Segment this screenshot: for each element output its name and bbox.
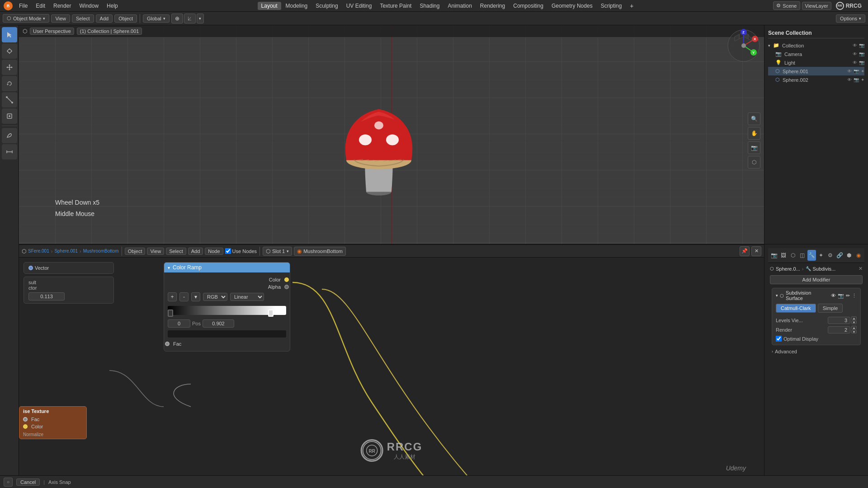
sphere002-vis-icon[interactable]: 👁 bbox=[847, 77, 852, 82]
slot-selector[interactable]: ⬡ Slot 1 ▾ bbox=[263, 247, 292, 256]
tool-move[interactable] bbox=[2, 60, 17, 75]
breadcrumb-object[interactable]: Sphere.001 bbox=[54, 249, 78, 253]
prop-icon-physics[interactable]: ⚙ bbox=[826, 250, 835, 261]
view-layer-selector[interactable]: ViewLayer bbox=[802, 2, 831, 10]
add-modifier-btn[interactable]: Add Modifier bbox=[770, 275, 863, 284]
workspace-sculpting[interactable]: Sculpting bbox=[312, 2, 341, 10]
visibility-icon[interactable]: 👁 bbox=[853, 43, 857, 48]
render-down-btn[interactable]: ▼ bbox=[851, 330, 857, 333]
levels-down-btn[interactable]: ▼ bbox=[851, 320, 857, 324]
workspace-rendering[interactable]: Rendering bbox=[476, 2, 509, 10]
color-ramp-gradient[interactable] bbox=[168, 306, 286, 315]
material-selector[interactable]: ◉ MushroomBottom bbox=[294, 247, 346, 256]
perspective-btn[interactable]: User Perspective bbox=[30, 28, 74, 35]
select-menu[interactable]: Select bbox=[72, 14, 94, 23]
modifier-edit-icon[interactable]: ✏ bbox=[846, 293, 850, 299]
ramp-pos-field[interactable] bbox=[203, 319, 234, 328]
prop-icon-object-data[interactable]: ⬢ bbox=[845, 250, 854, 261]
tool-cursor[interactable] bbox=[2, 43, 17, 59]
cancel-btn[interactable]: Cancel bbox=[16, 479, 40, 486]
catmull-clark-btn[interactable]: Catmull-Clark bbox=[776, 304, 816, 313]
snap-chevron-btn[interactable]: ▾ bbox=[197, 14, 204, 23]
modifier-close-icon[interactable]: ✕ bbox=[859, 266, 863, 272]
workspace-scripting[interactable]: Scripting bbox=[597, 2, 626, 10]
optimal-display-row[interactable]: Optimal Display bbox=[776, 334, 857, 343]
workspace-animation[interactable]: Animation bbox=[444, 2, 475, 10]
menu-window[interactable]: Window bbox=[75, 2, 102, 10]
node-select-btn[interactable]: Select bbox=[166, 248, 186, 255]
camera-btn[interactable]: 📷 bbox=[748, 141, 760, 154]
axis-gizmo[interactable]: X Y Z bbox=[726, 28, 762, 64]
render-value-field[interactable] bbox=[828, 326, 850, 333]
ramp-chevron-btn[interactable]: ▾ bbox=[191, 292, 200, 301]
ramp-remove-btn[interactable]: - bbox=[179, 292, 189, 301]
prop-icon-modifier[interactable]: 🔧 bbox=[807, 250, 816, 261]
prop-icon-output[interactable]: ⬡ bbox=[788, 250, 797, 261]
workspace-geometry-nodes[interactable]: Geometry Nodes bbox=[548, 2, 596, 10]
node-editor-type-icon[interactable]: ⬡ bbox=[22, 248, 26, 254]
prop-icon-constraints[interactable]: 🔗 bbox=[835, 250, 844, 261]
ramp-stop-white[interactable] bbox=[268, 310, 274, 317]
advanced-expand[interactable]: › Advanced bbox=[772, 349, 861, 354]
menu-file[interactable]: File bbox=[15, 2, 31, 10]
workspace-modeling[interactable]: Modeling bbox=[282, 2, 311, 10]
workspace-uv-editing[interactable]: UV Editing bbox=[343, 2, 376, 10]
collection-label-btn[interactable]: (1) Collection | Sphere.001 bbox=[77, 28, 142, 35]
node-pin-btn[interactable]: 📌 bbox=[740, 246, 750, 256]
menu-edit[interactable]: Edit bbox=[32, 2, 49, 10]
tool-measure[interactable] bbox=[2, 144, 17, 160]
engine-selector[interactable]: ⚙ Scene bbox=[773, 1, 800, 10]
camera-vis-icon[interactable]: 👁 bbox=[853, 52, 857, 56]
modifier-visibility-icon[interactable]: 👁 bbox=[831, 293, 836, 298]
levels-value-field[interactable] bbox=[828, 317, 850, 324]
modifier-menu-icon[interactable]: ⋮ bbox=[852, 293, 857, 299]
modifier-expand-btn[interactable]: ▾ bbox=[776, 293, 778, 298]
menu-help[interactable]: Help bbox=[103, 2, 122, 10]
prop-icon-render[interactable]: 🖼 bbox=[779, 250, 788, 261]
workspace-shading[interactable]: Shading bbox=[416, 2, 443, 10]
tool-transform[interactable] bbox=[2, 108, 17, 124]
snap-btn[interactable]: ⊕ bbox=[171, 14, 183, 23]
workspace-compositing[interactable]: Compositing bbox=[509, 2, 547, 10]
sc-item-collection[interactable]: ▾ 📁 Collection 👁 📷 bbox=[768, 41, 864, 50]
value-field[interactable]: 0.113 bbox=[28, 292, 65, 300]
zoom-in-btn[interactable]: 🔍 bbox=[748, 113, 760, 125]
ramp-index-field[interactable] bbox=[168, 319, 190, 328]
use-nodes-checkbox[interactable] bbox=[225, 248, 231, 254]
ramp-stop-black[interactable] bbox=[168, 310, 173, 317]
sphere002-render-icon[interactable]: 📷 bbox=[854, 77, 859, 82]
node-object-btn[interactable]: Object bbox=[125, 248, 146, 255]
ramp-mode-select[interactable]: Linear Ease Constant bbox=[230, 293, 264, 301]
node-node-btn[interactable]: Node bbox=[205, 248, 223, 255]
pan-btn[interactable]: ✋ bbox=[748, 127, 760, 140]
light-render-icon[interactable]: 📷 bbox=[859, 60, 864, 65]
menu-render[interactable]: Render bbox=[50, 2, 75, 10]
snap-type-btn[interactable]: ⟀ bbox=[184, 14, 196, 23]
editor-type-icon[interactable]: ⬡ bbox=[23, 28, 27, 34]
breadcrumb-scene[interactable]: SFere.001 bbox=[28, 249, 49, 253]
main-viewport[interactable]: ⬡ User Perspective (1) Collection | Sphe… bbox=[19, 25, 764, 256]
sc-item-sphere002[interactable]: ⬡ Sphere.002 👁 📷 ✦ bbox=[768, 75, 864, 84]
render-icon[interactable]: 📷 bbox=[859, 43, 864, 48]
prop-icon-particles[interactable]: ✦ bbox=[817, 250, 826, 261]
add-menu[interactable]: Add bbox=[96, 14, 113, 23]
node-canvas[interactable]: Vector sult ctor 0.113 ▾ Color Ramp Colo… bbox=[19, 258, 764, 475]
use-nodes-checkbox-group[interactable]: Use Nodes bbox=[225, 248, 257, 254]
tool-select[interactable] bbox=[2, 27, 17, 42]
optimal-display-checkbox[interactable] bbox=[776, 336, 782, 342]
prop-icon-scene[interactable]: 📷 bbox=[770, 250, 778, 261]
app-icon[interactable]: B bbox=[4, 1, 13, 10]
node-add-btn[interactable]: Add bbox=[188, 248, 203, 255]
render-up-btn[interactable]: ▲ bbox=[851, 326, 857, 329]
ramp-interpolation-select[interactable]: RGB HSV HSL bbox=[203, 293, 227, 301]
simple-btn[interactable]: Simple bbox=[818, 304, 843, 313]
sphere001-vis-icon[interactable]: 👁 bbox=[847, 69, 852, 74]
color-ramp-collapse-icon[interactable]: ▾ bbox=[168, 265, 170, 270]
levels-up-btn[interactable]: ▲ bbox=[851, 316, 857, 320]
tool-annotate[interactable] bbox=[2, 128, 17, 143]
sc-item-light[interactable]: 💡 Light 👁 📷 bbox=[768, 58, 864, 67]
prop-icon-view-layer[interactable]: ◫ bbox=[798, 250, 807, 261]
overlay-btn[interactable]: ⬡ bbox=[748, 156, 760, 169]
global-local-selector[interactable]: Global ▾ bbox=[143, 14, 170, 23]
prop-icon-material[interactable]: ◉ bbox=[854, 250, 863, 261]
